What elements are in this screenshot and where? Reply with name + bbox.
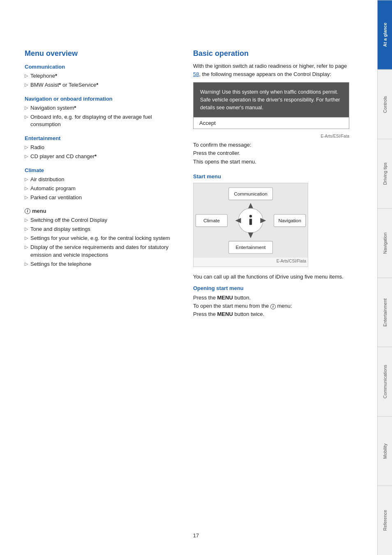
right-section-title: Basic operation bbox=[193, 49, 349, 58]
tab-entertainment[interactable]: Entertainment bbox=[378, 278, 392, 347]
tab-communications[interactable]: Communications bbox=[378, 347, 392, 416]
imenu-heading: i menu bbox=[25, 208, 177, 214]
tab-at-a-glance[interactable]: At a glance bbox=[378, 0, 392, 69]
bullet-arrow-icon: ▷ bbox=[25, 176, 28, 183]
start-menu-heading: Start menu bbox=[193, 173, 349, 180]
list-item: ▷ Air distribution bbox=[25, 176, 177, 184]
warning-text: Warning! Use this system only when traff… bbox=[200, 89, 340, 111]
list-item: ▷ Tone and display settings bbox=[25, 226, 177, 233]
bullet-arrow-icon: ▷ bbox=[25, 185, 28, 192]
list-item: ▷ Radio bbox=[25, 144, 177, 152]
confirm-text: To confirm the message: Press the contro… bbox=[193, 141, 349, 166]
sidebar-tabs: At a glance Controls Driving tips Naviga… bbox=[377, 0, 392, 555]
svg-point-5 bbox=[249, 215, 252, 217]
imenu-list: ▷ Switching off the Control Display ▷ To… bbox=[25, 216, 177, 268]
item-text: Radio bbox=[30, 144, 44, 152]
climate-list: ▷ Air distribution ▷ Automatic program ▷… bbox=[25, 176, 177, 202]
list-item: ▷ Parked car ventilation bbox=[25, 194, 177, 202]
diagram-caption: E-Arts/CSI/Flata bbox=[194, 258, 308, 264]
bullet-arrow-icon: ▷ bbox=[25, 105, 28, 111]
svg-text:Navigation: Navigation bbox=[278, 218, 301, 223]
opening-text: Press the MENU button. To open the start… bbox=[193, 294, 349, 318]
svg-text:Communication: Communication bbox=[234, 191, 267, 196]
intro-text: With the ignition switch at radio readin… bbox=[193, 62, 349, 78]
opening-start-menu-heading: Opening start menu bbox=[193, 285, 349, 291]
item-text: Telephone* bbox=[30, 72, 57, 80]
page-number: 17 bbox=[193, 532, 199, 539]
bullet-arrow-icon: ▷ bbox=[25, 194, 28, 201]
list-item: ▷ Switching off the Control Display bbox=[25, 216, 177, 224]
entertainment-heading: Entertainment bbox=[25, 135, 177, 141]
bullet-arrow-icon: ▷ bbox=[25, 73, 28, 79]
list-item: ▷ Onboard info, e.g. for displaying of t… bbox=[25, 113, 177, 129]
item-text: Parked car ventilation bbox=[30, 194, 82, 202]
navigation-heading: Navigation or onboard information bbox=[25, 96, 177, 102]
navigation-list: ▷ Navigation system* ▷ Onboard info, e.g… bbox=[25, 104, 177, 129]
bullet-arrow-icon: ▷ bbox=[25, 226, 28, 233]
menu-label-1: MENU bbox=[217, 295, 233, 301]
warning-accept-box: Warning! Use this system only when traff… bbox=[193, 82, 349, 129]
item-text: Tone and display settings bbox=[30, 226, 90, 233]
bullet-arrow-icon: ▷ bbox=[25, 261, 28, 267]
bullet-arrow-icon: ▷ bbox=[25, 153, 28, 160]
item-text: Switching off the Control Display bbox=[30, 216, 107, 224]
bullet-arrow-icon: ▷ bbox=[25, 82, 28, 88]
item-text: Settings for your vehicle, e.g. for the … bbox=[30, 235, 170, 242]
start-menu-note: You can call up all the functions of iDr… bbox=[193, 273, 349, 281]
accept-label: Accept bbox=[199, 120, 216, 126]
communication-list: ▷ Telephone* ▷ BMW Assist* or TeleServic… bbox=[25, 72, 177, 89]
entertainment-list: ▷ Radio ▷ CD player and CD changer* bbox=[25, 144, 177, 161]
item-text: Onboard info, e.g. for displaying of the… bbox=[30, 113, 177, 129]
list-item: ▷ Telephone* bbox=[25, 72, 177, 80]
svg-rect-6 bbox=[249, 219, 252, 225]
item-text: CD player and CD changer* bbox=[30, 153, 97, 161]
left-section-title: Menu overview bbox=[25, 49, 177, 58]
page-link[interactable]: 58 bbox=[193, 71, 199, 77]
svg-text:Entertainment: Entertainment bbox=[235, 244, 266, 250]
list-item: ▷ Navigation system* bbox=[25, 104, 177, 112]
bullet-arrow-icon: ▷ bbox=[25, 235, 28, 242]
item-text: Display of the service requirements and … bbox=[30, 244, 177, 259]
bullet-arrow-icon: ▷ bbox=[25, 144, 28, 151]
list-item: ▷ Display of the service requirements an… bbox=[25, 244, 177, 259]
menu-label-2: MENU bbox=[217, 311, 233, 317]
start-menu-svg: Communication Climate bbox=[194, 183, 308, 258]
list-item: ▷ BMW Assist* or TeleService* bbox=[25, 81, 177, 89]
item-text: Settings for the telephone bbox=[30, 260, 91, 268]
item-text: Air distribution bbox=[30, 176, 64, 184]
image-caption: E-Arts/ESI/Fata bbox=[193, 134, 349, 138]
i-icon: i bbox=[25, 208, 30, 214]
tab-mobility[interactable]: Mobility bbox=[378, 416, 392, 486]
svg-text:Climate: Climate bbox=[203, 218, 220, 223]
tab-driving-tips[interactable]: Driving tips bbox=[378, 139, 392, 208]
item-text: Navigation system* bbox=[30, 104, 76, 112]
start-menu-diagram: Communication Climate bbox=[193, 183, 308, 267]
bullet-arrow-icon: ▷ bbox=[25, 244, 28, 251]
tab-controls[interactable]: Controls bbox=[378, 69, 392, 139]
bullet-arrow-icon: ▷ bbox=[25, 114, 28, 120]
tab-navigation[interactable]: Navigation bbox=[378, 208, 392, 278]
item-text: Automatic program bbox=[30, 185, 76, 193]
climate-heading: Climate bbox=[25, 167, 177, 173]
imenu-label: menu bbox=[32, 208, 46, 214]
list-item: ▷ Settings for the telephone bbox=[25, 260, 177, 268]
list-item: ▷ CD player and CD changer* bbox=[25, 153, 177, 161]
list-item: ▷ Settings for your vehicle, e.g. for th… bbox=[25, 235, 177, 242]
item-text: BMW Assist* or TeleService* bbox=[30, 81, 98, 89]
i-menu-icon: i bbox=[270, 304, 276, 309]
bullet-arrow-icon: ▷ bbox=[25, 217, 28, 223]
communication-heading: Communication bbox=[25, 64, 177, 70]
tab-reference[interactable]: Reference bbox=[378, 486, 392, 555]
list-item: ▷ Automatic program bbox=[25, 185, 177, 193]
warning-box: Warning! Use this system only when traff… bbox=[194, 83, 349, 117]
accept-bar: Accept bbox=[194, 117, 349, 129]
